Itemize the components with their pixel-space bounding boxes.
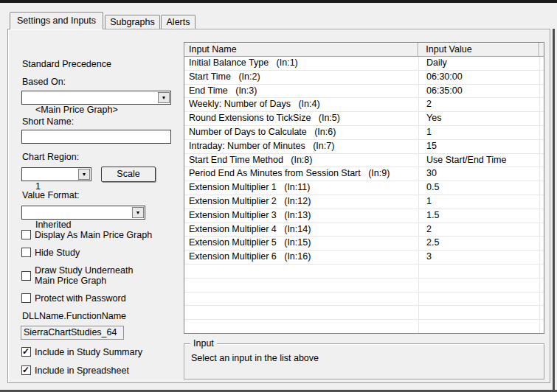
row-filler-cell [540,320,544,333]
table-row[interactable] [184,293,544,307]
tab-alerts[interactable]: Alerts [161,15,196,29]
checkbox-box[interactable] [21,347,31,357]
input-value-cell: 30 [419,167,540,181]
input-name-cell: Intraday: Number of Minutes (In:7) [184,140,419,153]
row-filler-cell [540,154,544,167]
chart-region-combobox[interactable]: 1 ▼ [21,167,91,181]
row-filler-cell [540,71,544,84]
chevron-down-icon[interactable]: ▼ [158,92,170,103]
input-value-cell [419,293,540,306]
checkbox-box[interactable] [21,293,31,303]
short-name-input[interactable] [21,130,171,144]
based-on-label: Based On: [22,77,66,87]
input-value-cell [419,306,540,319]
table-row[interactable]: Extension Multiplier 2 (In:12)1 [184,195,544,209]
row-filler-cell [540,195,544,209]
input-value-cell: 06:35:00 [419,85,540,98]
row-filler-cell [540,265,544,278]
checkbox-box[interactable] [21,365,31,375]
input-name-cell: Extension Multiplier 2 (In:12) [184,195,419,209]
inputs-table-header: Input Name Input Value [184,43,544,57]
input-name-cell: Initial Balance Type (In:1) [184,57,419,70]
row-filler-cell [540,209,544,223]
table-row[interactable]: Weekly: Number of Days (In:4)2 [184,98,544,112]
input-value-cell: 1 [419,126,540,139]
checkbox-box[interactable] [21,230,31,239]
input-groupbox: Input Select an input in the list above [184,343,544,379]
based-on-value: <Main Price Graph> [35,105,118,115]
table-row[interactable] [184,265,544,279]
display-as-main-price-graph-checkbox[interactable]: Display As Main Price Graph [21,230,176,240]
input-value-cell: 2.5 [419,237,540,250]
table-row[interactable]: Round Extensions to TickSize (In:5)Yes [184,112,544,126]
input-value-cell: Use Start/End Time [419,154,540,167]
checkbox-box[interactable] [21,271,31,281]
input-value-cell: Daily [419,57,540,70]
checkbox-label: Draw Study Underneath Main Price Graph [35,265,153,286]
row-filler-cell [540,237,544,250]
input-groupbox-message: Select an input in the list above [191,353,319,363]
precedence-label: Standard Precedence [22,60,111,69]
input-value-cell: 1.5 [419,209,540,223]
tab-subgraphs[interactable]: Subgraphs [105,15,160,29]
input-name-cell: Start Time (In:2) [184,71,419,84]
protect-with-password-checkbox[interactable]: Protect with Password [21,293,176,304]
table-row[interactable]: Intraday: Number of Minutes (In:7)15 [184,140,544,154]
table-row[interactable] [184,306,544,320]
input-name-cell: Weekly: Number of Days (In:4) [184,98,419,111]
input-value-cell [419,265,540,278]
input-value-cell: 2 [419,223,540,237]
chevron-down-icon[interactable]: ▼ [78,169,90,180]
inputs-table-body: Initial Balance Type (In:1)DailyStart Ti… [184,57,544,333]
include-in-study-summary-checkbox[interactable]: Include in Study Summary [21,347,176,357]
table-row[interactable]: Extension Multiplier 6 (In:16)3 [184,251,544,265]
draw-study-underneath-checkbox[interactable]: Draw Study Underneath Main Price Graph [21,265,169,286]
value-format-combobox[interactable]: Inherited ▼ [21,206,145,220]
checkbox-box[interactable] [21,248,31,257]
input-value-cell: 0.5 [419,181,540,195]
table-row[interactable]: Extension Multiplier 4 (In:14)2 [184,223,544,237]
chevron-down-icon[interactable]: ▼ [132,207,144,218]
row-filler-cell [540,85,544,98]
tab-settings-and-inputs[interactable]: Settings and Inputs [10,12,103,29]
input-name-cell: End Time (In:3) [184,85,419,98]
input-name-cell [184,293,419,306]
table-row[interactable] [184,320,544,333]
row-filler-cell [540,223,544,237]
row-filler-cell [540,279,544,292]
value-format-label: Value Format: [22,191,80,200]
input-name-cell: Period End As Minutes from Session Start… [184,167,419,181]
dll-function-name-value: SierraChartStudies_64 [21,326,124,340]
based-on-combobox[interactable]: <Main Price Graph> ▼ [21,91,171,105]
scale-button[interactable]: Scale [101,167,156,182]
window-top-edge [0,0,557,3]
table-row[interactable]: Extension Multiplier 5 (In:15)2.5 [184,237,544,251]
table-row[interactable]: End Time (In:3)06:35:00 [184,85,544,99]
table-row[interactable]: Start End Time Method (In:8)Use Start/En… [184,154,544,168]
table-row[interactable]: Extension Multiplier 3 (In:13)1.5 [184,209,544,223]
input-value-cell: 3 [419,251,540,264]
row-filler-cell [540,251,544,264]
input-name-cell [184,279,419,292]
column-header-input-name[interactable]: Input Name [184,43,418,57]
row-filler-cell [540,98,544,111]
input-name-cell: Number of Days to Calculate (In:6) [184,126,419,139]
table-row[interactable] [184,279,544,293]
input-name-cell: Extension Multiplier 5 (In:15) [184,237,419,250]
table-row[interactable]: Extension Multiplier 1 (In:11)0.5 [184,181,544,195]
value-format-value: Inherited [35,220,72,230]
table-row[interactable]: Number of Days to Calculate (In:6)1 [184,126,544,140]
row-filler-cell [540,293,544,306]
hide-study-checkbox[interactable]: Hide Study [21,248,176,258]
table-row[interactable]: Period End As Minutes from Session Start… [184,167,544,181]
input-name-cell [184,265,419,278]
table-row[interactable]: Initial Balance Type (In:1)Daily [184,57,544,71]
include-in-spreadsheet-checkbox[interactable]: Include in Spreadsheet [21,365,176,376]
checkbox-label: Display As Main Price Graph [35,230,152,240]
column-header-input-value[interactable]: Input Value [418,43,539,57]
row-filler-cell [540,57,544,70]
input-name-cell: Extension Multiplier 4 (In:14) [184,223,419,237]
window-right-edge [553,29,555,392]
table-row[interactable]: Start Time (In:2)06:30:00 [184,71,544,85]
input-value-cell: Yes [419,112,540,125]
